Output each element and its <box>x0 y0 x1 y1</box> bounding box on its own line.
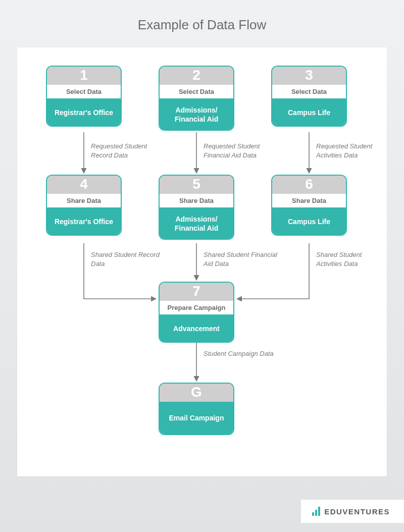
node-3: 3 Select Data Campus Life <box>271 66 347 127</box>
node-2: 2 Select Data Admissions/ Financial Aid <box>159 66 234 131</box>
node-body: Registrar's Office <box>47 208 121 235</box>
page-title: Example of Data Flow <box>0 0 404 33</box>
node-action: Share Data <box>272 194 346 208</box>
edge-label-3-6: Requested Student Activities Data <box>316 142 387 159</box>
edge-label-5-7: Shared Student Financial Aid Data <box>204 250 279 268</box>
node-body: Campus Life <box>272 99 346 126</box>
node-number: 3 <box>272 67 346 85</box>
node-action: Share Data <box>160 194 233 208</box>
logo-text: EDUVENTURES <box>324 507 390 516</box>
node-number: 4 <box>47 176 121 194</box>
node-goal: G Email Campaign <box>159 383 234 435</box>
node-4: 4 Share Data Registrar's Office <box>46 175 122 236</box>
diagram-panel: 1 Select Data Registrar's Office 2 Selec… <box>17 47 387 476</box>
node-7: 7 Prepare Campaign Advancement <box>159 282 234 343</box>
node-body: Campus Life <box>272 208 346 235</box>
node-body: Admissions/ Financial Aid <box>160 208 233 239</box>
logo: EDUVENTURES <box>301 500 404 523</box>
edge-label-6-7: Shared Student Activities Data <box>316 250 387 268</box>
node-body: Registrar's Office <box>47 99 121 126</box>
node-5: 5 Share Data Admissions/ Financial Aid <box>159 175 234 240</box>
node-action: Select Data <box>47 85 121 99</box>
node-6: 6 Share Data Campus Life <box>271 175 347 236</box>
edge-label-7-g: Student Campaign Data <box>204 349 274 358</box>
node-body: Admissions/ Financial Aid <box>160 99 233 130</box>
node-number: 7 <box>160 283 233 301</box>
node-body: Email Campaign <box>160 402 233 434</box>
node-1: 1 Select Data Registrar's Office <box>46 66 122 127</box>
node-number: 1 <box>47 67 121 85</box>
edge-label-1-4: Requested Student Record Data <box>91 142 162 159</box>
node-action: Select Data <box>272 85 346 99</box>
node-number: 6 <box>272 176 346 194</box>
node-action: Prepare Campaign <box>160 301 233 315</box>
node-body: Advancement <box>160 315 233 342</box>
node-number: 2 <box>160 67 233 85</box>
node-action: Share Data <box>47 194 121 208</box>
node-number: 5 <box>160 176 233 194</box>
edge-label-4-7: Shared Student Record Data <box>91 250 162 268</box>
node-action: Select Data <box>160 85 233 99</box>
logo-bars-icon <box>312 507 320 516</box>
node-number: G <box>160 384 233 402</box>
edge-label-2-5: Requested Student Financial Aid Data <box>204 142 279 159</box>
